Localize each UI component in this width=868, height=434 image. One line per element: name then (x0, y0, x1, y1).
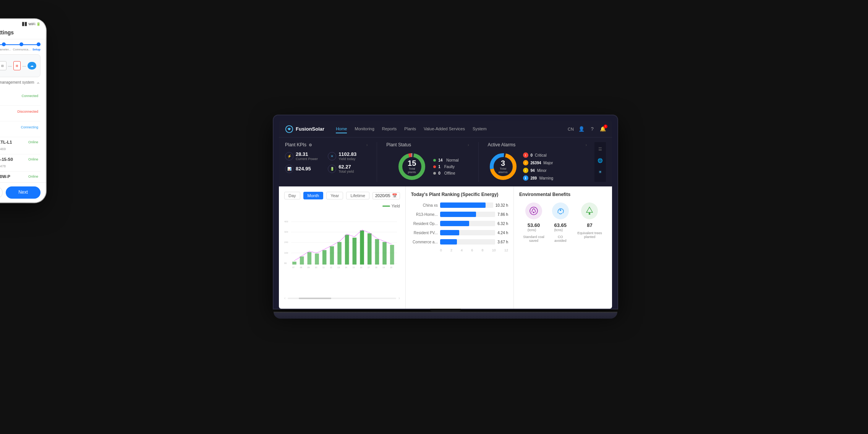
ranking-item-2: R13-Home... 7.86 h (411, 212, 508, 217)
svg-point-50 (560, 209, 561, 211)
offline-dot (433, 172, 436, 175)
calendar-icon: 📅 (392, 193, 397, 198)
kpi-current-power-val: 28.31 (296, 151, 318, 157)
logo-text: FusionSolar (296, 126, 324, 132)
sidebar-solar-icon[interactable]: ☀ (596, 168, 604, 176)
sub-device-3: ▪ SUN2000-600W-P Online Total 48 (0, 172, 40, 182)
env-card-trees: 87 Equivalent trees planted (573, 202, 607, 243)
device-item-1: LUNA2000B-1 Connected SN: HV204005284 (0, 90, 40, 106)
scroll-right-icon[interactable]: › (398, 296, 400, 300)
offline-label: Offline (444, 171, 455, 175)
device-status-1: Connected (19, 93, 40, 99)
svg-rect-23 (315, 254, 319, 265)
help-icon[interactable]: ? (589, 126, 595, 132)
kpi-title: Plant KPIs (285, 142, 306, 147)
kpi-arrow-icon[interactable]: › (366, 143, 368, 147)
faulty-label: Faulty (444, 165, 455, 169)
rank-fill-4 (440, 230, 460, 235)
rank-track-2 (440, 212, 496, 217)
alarms-donut: 3 Total alarms (488, 151, 518, 182)
sub-device-sn-2: SN: BT4785612478 (0, 164, 6, 168)
user-icon[interactable]: 👤 (578, 126, 585, 132)
date-picker[interactable]: 2020/05 📅 (372, 192, 400, 199)
svg-text:19: 19 (382, 266, 385, 269)
nav-reports[interactable]: Reports (382, 125, 397, 133)
kpi-settings-icon[interactable]: ⚙ (309, 143, 312, 147)
env-cards: 53.60 (tcns) Standard coal saved (519, 202, 607, 243)
rank-value-1: 10.32 h (496, 203, 508, 207)
rank-fill-1 (440, 202, 486, 208)
nav-links: Home Monitoring Reports Plants Value-Add… (336, 125, 568, 133)
phone-diagram: ☰ — ● — ⊟ — ⊠ — ☁ (0, 54, 40, 77)
notification-badge: ! (604, 125, 607, 128)
svg-rect-31 (375, 239, 379, 265)
minor-count: 94 (531, 168, 535, 173)
nav-system[interactable]: System (473, 125, 487, 133)
alarm-minor: ! 94 Minor (523, 168, 554, 173)
warning-icon: ℹ (523, 175, 528, 181)
device-sn-3: SN: HV204005284 (0, 130, 40, 134)
nav-plants[interactable]: Plants (404, 125, 416, 133)
nav-lang[interactable]: CN (568, 127, 574, 131)
phone-status-bar: 9:41 ▊▊ WiFi 🔋 (0, 19, 46, 28)
rank-label-1: China xs (411, 203, 438, 207)
sub-device-status-1: Online (26, 139, 40, 145)
date-value: 2020/05 (375, 193, 390, 198)
nav-monitoring[interactable]: Monitoring (355, 125, 374, 133)
tab-day[interactable]: Day (284, 192, 300, 199)
phone-icons: ▊▊ WiFi 🔋 (22, 22, 40, 26)
next-button[interactable]: Next (6, 186, 40, 199)
nav-right: CN 👤 ? 🔔 ! (568, 126, 606, 132)
plant-status-donut: 15 Total plants (397, 151, 427, 182)
ranking-item-4: Resident PV... 4.24 h (411, 230, 508, 235)
axis-12: 12 (504, 248, 508, 252)
collapse-icon[interactable]: ⌃ (36, 81, 40, 87)
laptop-screen: FusionSolar Home Monitoring Reports Plan… (279, 121, 612, 309)
nav-home[interactable]: Home (336, 125, 347, 133)
chart-legend: Yield (284, 204, 400, 208)
device-sn-1: SN: HV204005284 (0, 99, 40, 102)
scroll-thumb (299, 298, 331, 299)
plant-status-arrow-icon[interactable]: › (468, 143, 469, 147)
ess-section-label: ESS connected to management system ... (0, 80, 36, 89)
laptop-base (274, 312, 617, 319)
svg-text:80: 80 (284, 262, 287, 264)
plant-status-section: Plant Status › (386, 142, 469, 182)
svg-text:07: 07 (292, 266, 295, 269)
sidebar-globe-icon[interactable]: 🌐 (596, 157, 604, 164)
laptop-shell: FusionSolar Home Monitoring Reports Plan… (274, 115, 617, 319)
back-button[interactable]: Back (0, 186, 3, 199)
ranking-title: Today's Plant Ranking (Specific Energy) (411, 192, 508, 197)
nav-value-added[interactable]: Value-Added Services (424, 125, 465, 133)
notification-icon[interactable]: 🔔 ! (600, 126, 606, 132)
rank-label-3: Resident Op... (411, 222, 438, 226)
kpi-section: Plant KPIs ⚙ › ⚡ 28.31 Current Power (285, 142, 368, 182)
critical-count: 0 (531, 153, 533, 157)
coal-icon-circle (525, 202, 542, 219)
tab-year[interactable]: Year (326, 192, 343, 199)
svg-text:12: 12 (330, 266, 332, 269)
tab-month[interactable]: Month (303, 192, 324, 199)
svg-point-1 (288, 128, 290, 130)
tab-lifetime[interactable]: Lifetime (346, 192, 369, 199)
yield-today-icon: ☀ (328, 152, 336, 160)
chart-scrollbar[interactable]: ‹ › (284, 296, 400, 300)
bottom-panel: Day Month Year Lifetime 2020/05 📅 (279, 186, 612, 309)
alarms-arrow-icon[interactable]: › (586, 143, 587, 147)
major-count: 26394 (531, 161, 541, 165)
scroll-left-icon[interactable]: ‹ (284, 296, 285, 300)
phone-shell: 9:41 ▊▊ WiFi 🔋 ← Quick Settings Basic...… (0, 19, 46, 202)
yield-swatch (382, 206, 390, 207)
bar-axis: 0 2 4 6 8 10 12 (411, 248, 508, 252)
coal-val: 53.60 (528, 222, 540, 228)
co2-icon-circle (552, 202, 569, 219)
svg-rect-21 (300, 256, 304, 264)
step-4-label: Communica... (13, 48, 31, 51)
sidebar-menu-icon[interactable]: ☰ (596, 145, 604, 153)
laptop-screen-bezel: FusionSolar Home Monitoring Reports Plan… (274, 115, 617, 309)
phone-footer: Back Next (0, 182, 46, 202)
step-5-dot (37, 42, 40, 46)
device-status-2: Disconnected (15, 109, 40, 114)
kpi-icon-3: 📊 (285, 165, 293, 173)
svg-text:09: 09 (308, 266, 310, 269)
